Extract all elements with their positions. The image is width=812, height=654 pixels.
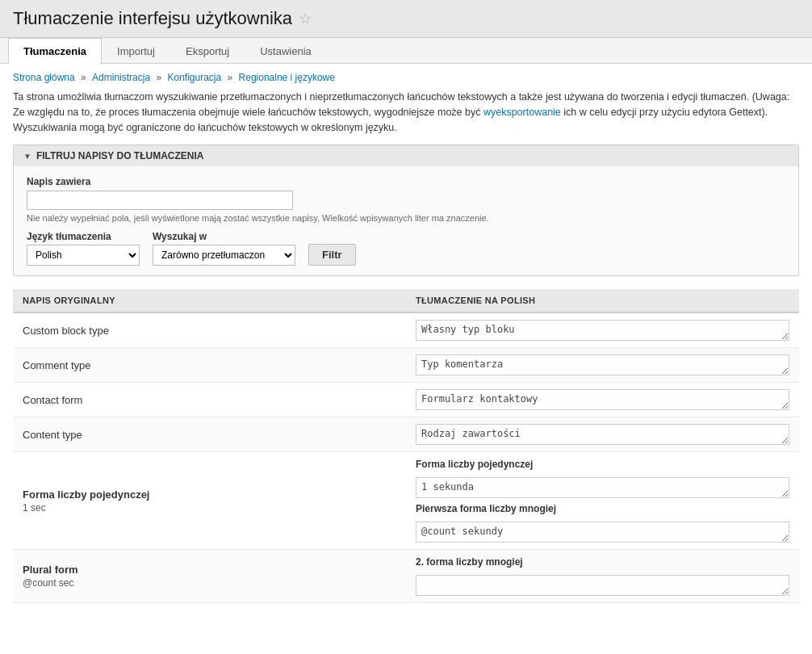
filter-body: Napis zawiera Nie należy wypełniać pola,… [14,166,798,275]
orig-cell-forma-liczby-poj: Forma liczby pojedynczej1 sec [13,452,406,550]
extra-label-plural-form-0: 2. forma liczby mnogiej [416,556,789,568]
filter-row: Język tłumaczenia Polish Wyszukaj w Zaró… [27,231,785,266]
col-trans: TŁUMACZENIE NA POLISH [406,289,799,312]
orig-text-contact-form: Contact form [23,394,82,406]
filter-header[interactable]: ▼ FILTRUJ NAPISY DO TŁUMACZENIA [14,145,798,166]
napis-label: Napis zawiera [27,176,785,187]
description-link[interactable]: wyeksportowanie [483,107,561,118]
orig-cell-plural-form: Plural form@count sec [13,550,406,603]
orig-text-content-type: Content type [23,429,82,441]
trans-group-plural-form: 2. forma liczby mnogiej [416,556,789,596]
napis-hint: Nie należy wypełniać pola, jeśli wyświet… [27,213,785,223]
wyszukaj-label: Wyszukaj w [153,231,295,242]
table-row: Content type [13,417,799,452]
page-header: Tłumaczenie interfejsu użytkownika ☆ [0,0,812,38]
trans-input-content-type[interactable] [416,424,789,445]
trans-group-forma-liczby-poj: Forma liczby pojedynczejPierwsza forma l… [416,459,789,543]
trans-input-comment-type[interactable] [416,354,789,375]
trans-group-comment-type [416,354,789,375]
orig-subtext-plural-form: @count sec [23,577,396,589]
trans-group-content-type [416,424,789,445]
table-row: Forma liczby pojedynczej1 secForma liczb… [13,452,799,550]
orig-text-forma-liczby-poj: Forma liczby pojedynczej [23,488,396,501]
table-row: Custom block type [13,312,799,348]
breadcrumb-regional[interactable]: Regionalne i językowe [239,72,335,83]
wyszukaj-select[interactable]: Zarówno przetłumaczon [153,245,295,266]
jezyk-select[interactable]: Polish [27,245,140,266]
trans-label-forma-liczby-poj: Forma liczby pojedynczej [416,459,789,470]
filter-button[interactable]: Filtr [308,244,356,266]
table-header-row: NAPIS ORYGINALNY TŁUMACZENIE NA POLISH [13,289,799,312]
napis-input[interactable] [27,191,293,210]
orig-cell-custom-block-type: Custom block type [13,312,406,348]
trans-input-forma-liczby-poj[interactable] [416,477,789,498]
tab-importuj[interactable]: Importuj [102,38,170,64]
jezyk-label: Język tłumaczenia [27,231,140,242]
filter-header-label: FILTRUJ NAPISY DO TŁUMACZENIA [36,150,204,161]
translation-table: NAPIS ORYGINALNY TŁUMACZENIE NA POLISH C… [13,289,799,603]
orig-text-custom-block-type: Custom block type [23,325,109,337]
breadcrumb: Strona główna » Administracja » Konfigur… [13,72,799,83]
table-row: Contact form [13,383,799,417]
star-icon[interactable]: ☆ [299,10,312,27]
table-row: Comment type [13,348,799,383]
tab-eksportuj[interactable]: Eksportuj [170,38,245,64]
filter-box: ▼ FILTRUJ NAPISY DO TŁUMACZENIA Napis za… [13,145,799,276]
tabs-bar: Tłumaczenia Importuj Eksportuj Ustawieni… [0,38,812,64]
trans-input-custom-block-type[interactable] [416,320,789,341]
orig-cell-contact-form: Contact form [13,383,406,417]
extra-label-forma-liczby-poj-0: Pierwsza forma liczby mnogiej [416,503,789,514]
trans-group-custom-block-type [416,320,789,341]
wyszukaj-group: Wyszukaj w Zarówno przetłumaczon [153,231,295,266]
tab-ustawienia[interactable]: Ustawienia [245,38,327,64]
breadcrumb-admin[interactable]: Administracja [92,72,150,83]
page-title: Tłumaczenie interfejsu użytkownika [13,8,292,29]
orig-subtext-forma-liczby-poj: 1 sec [23,502,396,514]
breadcrumb-sep-2: » [156,72,164,83]
orig-text-plural-form: Plural form [23,564,396,576]
breadcrumb-home[interactable]: Strona główna [13,72,75,83]
trans-cell-content-type [406,417,799,452]
orig-text-comment-type: Comment type [23,359,91,371]
jezyk-group: Język tłumaczenia Polish [27,231,140,266]
trans-cell-plural-form: 2. forma liczby mnogiej [406,550,799,603]
trans-group-contact-form [416,389,789,410]
table-row: Plural form@count sec2. forma liczby mno… [13,550,799,603]
trans-cell-forma-liczby-poj: Forma liczby pojedynczejPierwsza forma l… [406,452,799,550]
trans-cell-contact-form [406,383,799,417]
extra-input-forma-liczby-poj-0[interactable] [416,522,789,543]
breadcrumb-sep-1: » [81,72,89,83]
breadcrumb-sep-3: » [228,72,236,83]
trans-cell-custom-block-type [406,312,799,348]
extra-input-plural-form-0[interactable] [416,575,789,596]
description-text: Ta strona umożliwia tłumaczom wyszukiwan… [13,90,799,135]
breadcrumb-config[interactable]: Konfiguracja [167,72,221,83]
filter-triangle-icon: ▼ [23,152,31,161]
tab-tlumaczenia[interactable]: Tłumaczenia [8,38,102,64]
orig-cell-content-type: Content type [13,417,406,452]
trans-input-contact-form[interactable] [416,389,789,410]
content-area: Strona główna » Administracja » Konfigur… [0,64,812,611]
orig-cell-comment-type: Comment type [13,348,406,383]
trans-cell-comment-type [406,348,799,383]
col-orig: NAPIS ORYGINALNY [13,289,406,312]
